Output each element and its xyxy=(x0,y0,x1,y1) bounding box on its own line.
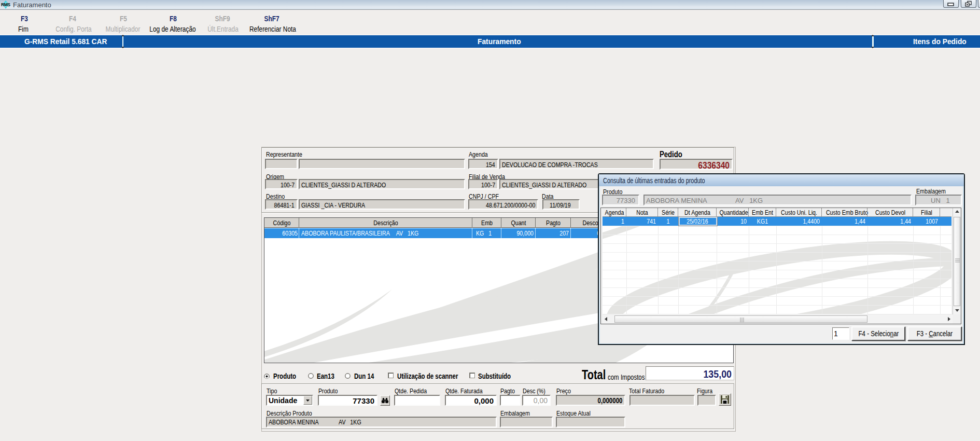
svg-text:RMS: RMS xyxy=(1,2,10,7)
